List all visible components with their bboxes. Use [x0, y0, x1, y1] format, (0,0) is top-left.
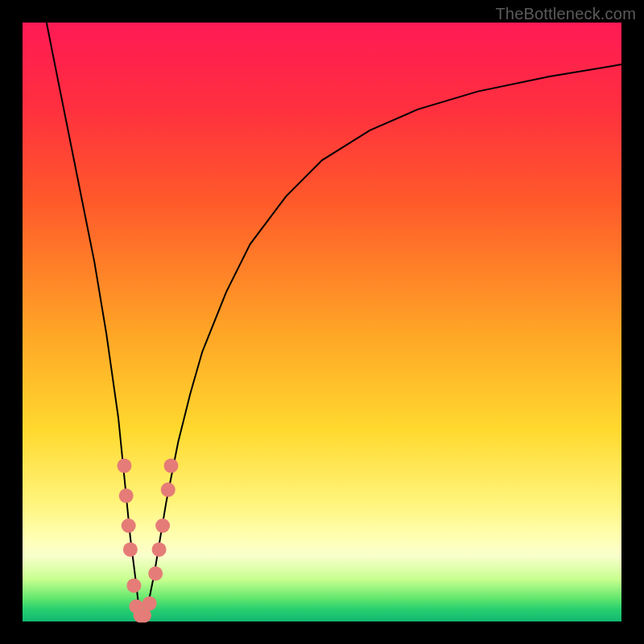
chart-svg	[23, 23, 621, 621]
data-marker	[148, 567, 163, 581]
data-marker	[152, 543, 167, 557]
data-marker	[118, 459, 132, 473]
data-marker	[122, 518, 136, 533]
plot-area	[23, 23, 621, 621]
data-markers	[118, 459, 179, 623]
data-marker	[142, 597, 157, 611]
data-marker	[155, 518, 170, 533]
watermark-text: TheBottleneck.com	[495, 5, 636, 23]
data-marker	[161, 482, 175, 497]
data-marker	[119, 489, 134, 503]
data-marker	[123, 543, 138, 557]
data-marker	[126, 578, 141, 592]
outer-frame: TheBottleneck.com	[0, 0, 644, 644]
data-marker	[164, 459, 179, 473]
